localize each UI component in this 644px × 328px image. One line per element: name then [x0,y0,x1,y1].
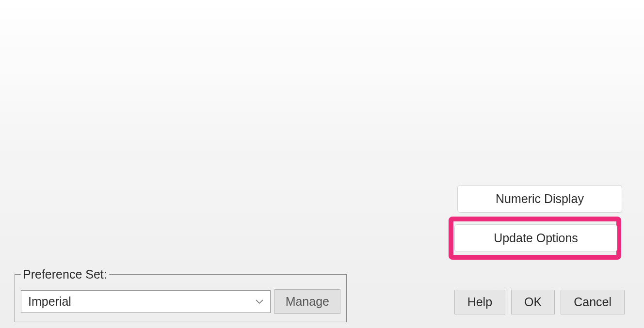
manage-button[interactable]: Manage [274,289,340,314]
help-button[interactable]: Help [454,290,505,314]
side-button-group: Numeric Display Update Options [452,185,622,260]
preference-set-legend: Preference Set: [21,267,109,281]
highlight-frame: Update Options [449,217,621,260]
preference-set-selected: Imperial [28,295,71,309]
preference-set-row: Imperial Manage [21,289,340,314]
ok-button[interactable]: OK [511,290,555,314]
footer-button-row: Help OK Cancel [454,290,625,314]
chevron-down-icon [256,297,263,307]
cancel-button[interactable]: Cancel [561,290,625,314]
preference-set-group: Preference Set: Imperial Manage [15,267,347,322]
preference-set-dropdown[interactable]: Imperial [21,290,271,313]
update-options-button[interactable]: Update Options [454,224,617,252]
numeric-display-button[interactable]: Numeric Display [457,185,622,213]
preference-set-fieldset: Preference Set: Imperial Manage [15,267,347,322]
